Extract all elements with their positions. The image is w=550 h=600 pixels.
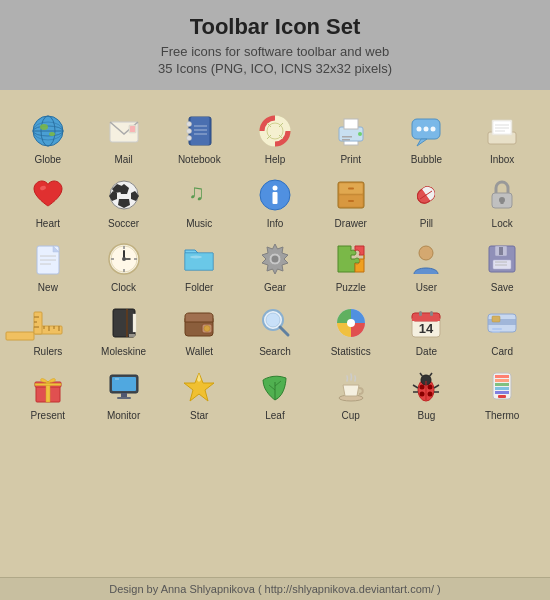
user-label: User bbox=[416, 282, 437, 294]
heart-icon bbox=[29, 176, 67, 214]
save-icon bbox=[483, 240, 521, 278]
svg-point-113 bbox=[347, 319, 355, 327]
svg-point-28 bbox=[358, 132, 362, 136]
mail-label: Mail bbox=[114, 154, 132, 166]
thermo-label: Thermo bbox=[485, 410, 519, 422]
svg-point-14 bbox=[187, 136, 192, 141]
leaf-icon bbox=[256, 368, 294, 406]
svg-rect-96 bbox=[6, 332, 34, 340]
page-title: Toolbar Icon Set bbox=[10, 14, 540, 40]
statistics-icon bbox=[332, 304, 370, 342]
svg-line-111 bbox=[280, 327, 288, 335]
page-subtitle: Free icons for software toolbar and web bbox=[10, 44, 540, 59]
icon-gear: Gear bbox=[237, 236, 313, 296]
icon-bug: Bug bbox=[389, 364, 465, 424]
svg-text:14: 14 bbox=[419, 321, 434, 336]
icon-thermo: Thermo bbox=[464, 364, 540, 424]
icon-user: User bbox=[389, 236, 465, 296]
footer-text: Design by Anna Shlyapnikova ( http://shl… bbox=[109, 583, 440, 595]
inbox-label: Inbox bbox=[490, 154, 514, 166]
svg-marker-105 bbox=[129, 334, 135, 337]
svg-rect-155 bbox=[495, 375, 509, 378]
search-label: Search bbox=[259, 346, 291, 358]
svg-rect-102 bbox=[114, 310, 134, 336]
icon-new: New bbox=[10, 236, 86, 296]
star-label: Star bbox=[190, 410, 208, 422]
puzzle-icon bbox=[332, 240, 370, 278]
search-icon bbox=[256, 304, 294, 342]
gear-label: Gear bbox=[264, 282, 286, 294]
moleskine-icon bbox=[105, 304, 143, 342]
moleskine-label: Moleskine bbox=[101, 346, 146, 358]
svg-rect-156 bbox=[495, 379, 509, 382]
svg-rect-119 bbox=[430, 311, 433, 316]
bubble-icon bbox=[407, 112, 445, 150]
icon-card: Card bbox=[464, 300, 540, 360]
svg-point-110 bbox=[266, 313, 280, 327]
lock-icon bbox=[483, 176, 521, 214]
svg-rect-118 bbox=[419, 311, 422, 316]
page-header: Toolbar Icon Set Free icons for software… bbox=[0, 0, 550, 90]
card-label: Card bbox=[491, 346, 513, 358]
svg-line-148 bbox=[413, 385, 418, 388]
svg-rect-30 bbox=[342, 139, 350, 141]
icon-print: Print bbox=[313, 108, 389, 168]
icon-leaf: Leaf bbox=[237, 364, 313, 424]
soccer-label: Soccer bbox=[108, 218, 139, 230]
drawer-label: Drawer bbox=[335, 218, 367, 230]
svg-rect-104 bbox=[133, 314, 136, 332]
icon-pill: Pill bbox=[389, 172, 465, 232]
folder-icon bbox=[180, 240, 218, 278]
icon-bubble: Bubble bbox=[389, 108, 465, 168]
lock-label: Lock bbox=[492, 218, 513, 230]
present-icon bbox=[29, 368, 67, 406]
wallet-icon bbox=[180, 304, 218, 342]
icon-drawer: Drawer bbox=[313, 172, 389, 232]
print-label: Print bbox=[340, 154, 361, 166]
notebook-label: Notebook bbox=[178, 154, 221, 166]
svg-rect-97 bbox=[34, 312, 42, 334]
clock-icon bbox=[105, 240, 143, 278]
icon-soccer: Soccer bbox=[86, 172, 162, 232]
user-icon bbox=[407, 240, 445, 278]
heart-label: Heart bbox=[36, 218, 60, 230]
monitor-icon bbox=[105, 368, 143, 406]
thermo-icon bbox=[483, 368, 521, 406]
wallet-label: Wallet bbox=[186, 346, 213, 358]
svg-point-79 bbox=[122, 257, 126, 261]
svg-point-34 bbox=[424, 127, 429, 132]
mail-icon bbox=[105, 112, 143, 150]
svg-rect-159 bbox=[495, 391, 509, 394]
icon-globe: Globe bbox=[10, 108, 86, 168]
icon-help: Help bbox=[237, 108, 313, 168]
notebook-icon bbox=[180, 112, 218, 150]
svg-rect-52 bbox=[272, 192, 277, 204]
icon-monitor: Monitor bbox=[86, 364, 162, 424]
svg-rect-57 bbox=[348, 200, 354, 202]
folder-label: Folder bbox=[185, 282, 213, 294]
bug-icon bbox=[407, 368, 445, 406]
cup-label: Cup bbox=[342, 410, 360, 422]
globe-icon bbox=[29, 112, 67, 150]
svg-point-141 bbox=[420, 385, 425, 390]
gear-icon bbox=[256, 240, 294, 278]
svg-line-150 bbox=[434, 385, 439, 388]
icon-cup: Cup bbox=[313, 364, 389, 424]
icon-count: 35 Icons (PNG, ICO, ICNS 32x32 pixels) bbox=[10, 61, 540, 76]
svg-line-147 bbox=[429, 373, 432, 377]
monitor-label: Monitor bbox=[107, 410, 140, 422]
svg-point-5 bbox=[40, 124, 48, 130]
page-footer: Design by Anna Shlyapnikova ( http://shl… bbox=[0, 577, 550, 600]
rulers-icon bbox=[29, 304, 67, 342]
icon-search: Search bbox=[237, 300, 313, 360]
bubble-label: Bubble bbox=[411, 154, 442, 166]
svg-point-51 bbox=[272, 186, 277, 191]
date-label: Date bbox=[416, 346, 437, 358]
svg-rect-158 bbox=[495, 387, 509, 390]
icon-wallet: Wallet bbox=[161, 300, 237, 360]
print-icon bbox=[332, 112, 370, 150]
star-icon bbox=[180, 368, 218, 406]
svg-rect-87 bbox=[499, 247, 503, 255]
globe-label: Globe bbox=[35, 154, 62, 166]
svg-rect-128 bbox=[35, 384, 61, 386]
